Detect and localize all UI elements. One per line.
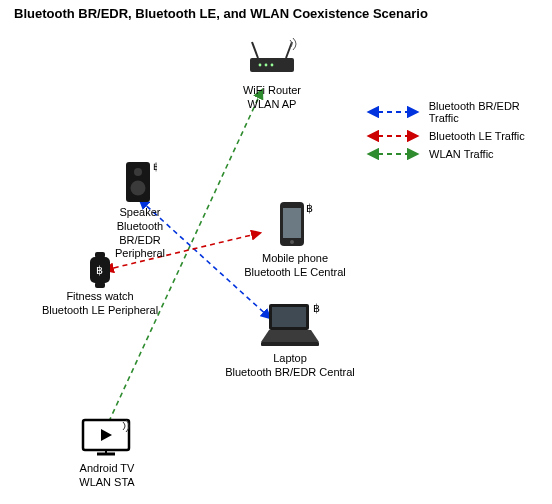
legend-bredr-line [365, 106, 421, 118]
node-tv: Android TV WLAN STA [62, 416, 152, 490]
tv-icon [79, 416, 135, 460]
watch-label-1: Fitness watch [66, 290, 133, 304]
phone-label-2: Bluetooth LE Central [244, 266, 346, 280]
svg-text:฿: ฿ [306, 202, 313, 214]
svg-rect-10 [95, 252, 105, 258]
svg-point-3 [259, 64, 262, 67]
phone-label-1: Mobile phone [262, 252, 328, 266]
svg-text:฿: ฿ [313, 302, 320, 314]
router-label-2: WLAN AP [248, 98, 297, 112]
svg-rect-6 [126, 162, 150, 202]
svg-rect-19 [272, 307, 306, 327]
svg-marker-20 [261, 330, 319, 342]
laptop-label-2: Bluetooth BR/EDR Central [225, 366, 355, 380]
speaker-label-2: Bluetooth BR/EDR [95, 220, 185, 248]
laptop-label-1: Laptop [273, 352, 307, 366]
legend: Bluetooth BR/EDR Traffic Bluetooth LE Tr… [365, 100, 552, 160]
router-icon [244, 36, 300, 82]
watch-icon: ฿ [85, 252, 115, 288]
svg-point-5 [271, 64, 274, 67]
svg-point-4 [265, 64, 268, 67]
tv-label-1: Android TV [80, 462, 135, 476]
node-router: WiFi Router WLAN AP [232, 36, 312, 112]
legend-le: Bluetooth LE Traffic [365, 130, 552, 142]
node-speaker: ฿ Speaker Bluetooth BR/EDR Peripheral [95, 160, 185, 261]
svg-rect-23 [83, 420, 129, 450]
svg-rect-12 [90, 257, 110, 283]
svg-marker-24 [101, 429, 112, 441]
svg-point-16 [290, 240, 294, 244]
watch-label-2: Bluetooth LE Peripheral [42, 304, 158, 318]
svg-rect-14 [280, 202, 304, 246]
legend-le-label: Bluetooth LE Traffic [429, 130, 525, 142]
node-laptop: ฿ Laptop Bluetooth BR/EDR Central [225, 300, 355, 380]
speaker-icon: ฿ [123, 160, 157, 204]
links-layer [0, 0, 552, 504]
speaker-label-3: Peripheral [115, 247, 165, 261]
phone-icon: ฿ [276, 200, 314, 250]
node-phone: ฿ Mobile phone Bluetooth LE Central [240, 200, 350, 280]
svg-text:฿: ฿ [96, 264, 103, 276]
legend-le-line [365, 130, 421, 142]
legend-wlan: WLAN Traffic [365, 148, 552, 160]
legend-bredr-label: Bluetooth BR/EDR Traffic [429, 100, 552, 124]
svg-point-8 [131, 181, 146, 196]
svg-text:฿: ฿ [153, 161, 157, 172]
speaker-label-1: Speaker [120, 206, 161, 220]
svg-line-1 [252, 42, 258, 58]
legend-wlan-label: WLAN Traffic [429, 148, 494, 160]
diagram-title: Bluetooth BR/EDR, Bluetooth LE, and WLAN… [14, 6, 428, 21]
svg-rect-11 [95, 282, 105, 288]
node-watch: ฿ Fitness watch Bluetooth LE Peripheral [40, 252, 160, 318]
svg-rect-21 [261, 342, 319, 346]
svg-rect-15 [283, 208, 301, 238]
svg-rect-0 [250, 58, 294, 72]
svg-point-7 [134, 168, 142, 176]
svg-line-2 [286, 42, 292, 58]
laptop-icon: ฿ [255, 300, 325, 350]
link-bredr-speaker-laptop [140, 200, 270, 318]
svg-rect-18 [269, 304, 309, 330]
legend-bredr: Bluetooth BR/EDR Traffic [365, 100, 552, 124]
diagram-canvas: Bluetooth BR/EDR, Bluetooth LE, and WLAN… [0, 0, 552, 504]
router-label-1: WiFi Router [243, 84, 301, 98]
link-wlan-tv-router [105, 90, 262, 430]
legend-wlan-line [365, 148, 421, 160]
link-le-watch-phone [105, 233, 260, 270]
tv-label-2: WLAN STA [79, 476, 134, 490]
